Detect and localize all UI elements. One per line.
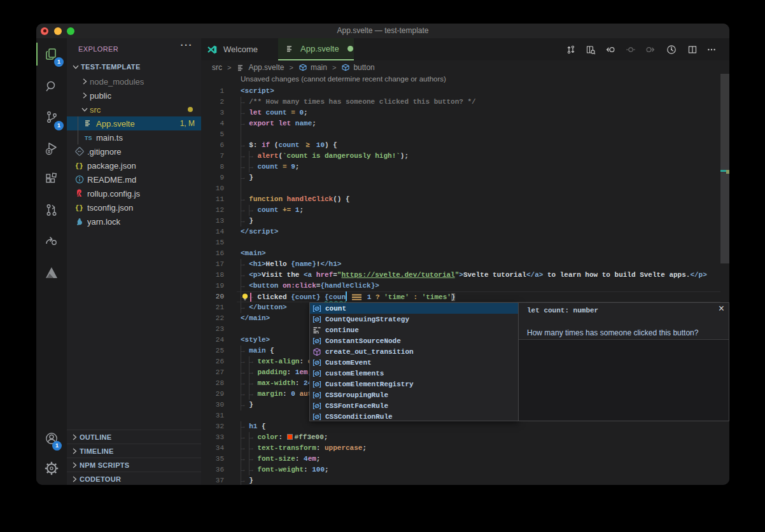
svg-text:TS: TS bbox=[85, 135, 92, 141]
svg-text:{}: {} bbox=[75, 204, 83, 212]
svg-text:{}: {} bbox=[75, 162, 83, 170]
